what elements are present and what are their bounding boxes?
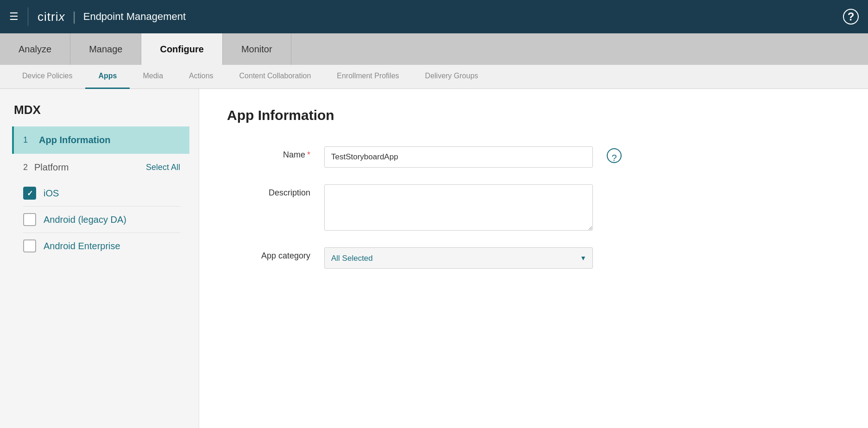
app-category-field-row: App category All Selected Business Produ… — [227, 247, 840, 269]
main-nav: Analyze Manage Configure Monitor — [0, 33, 868, 65]
content-area: MDX 1 App Information 2 Platform Select … — [0, 89, 868, 428]
sub-tab-enrollment-profiles[interactable]: Enrollment Profiles — [324, 65, 412, 89]
description-label: Description — [227, 184, 310, 198]
help-icon[interactable]: ? — [843, 9, 859, 25]
description-field-row: Description — [227, 184, 840, 231]
app-category-select-wrapper: All Selected Business Productivity Utili… — [324, 247, 593, 269]
name-help-icon[interactable]: ? — [607, 148, 622, 163]
sidebar-section-title: MDX — [14, 103, 189, 117]
brand: citrix | Endpoint Management — [38, 9, 186, 24]
citrix-logo: citrix — [38, 10, 65, 24]
sidebar-step-platform-row: 2 Platform Select All — [14, 155, 189, 180]
ios-checkbox[interactable] — [23, 187, 36, 200]
sub-tab-actions[interactable]: Actions — [176, 65, 226, 89]
step-2-num: 2 — [23, 163, 28, 172]
android-enterprise-checkbox[interactable] — [23, 239, 36, 252]
sub-tab-delivery-groups[interactable]: Delivery Groups — [412, 65, 491, 89]
name-field-row: Name* ? — [227, 146, 840, 168]
sub-tab-media[interactable]: Media — [130, 65, 176, 89]
android-legacy-label: Android (legacy DA) — [44, 214, 126, 225]
app-category-label: App category — [227, 247, 310, 261]
hamburger-icon[interactable]: ☰ — [9, 12, 19, 22]
brand-separator: | — [72, 9, 75, 24]
sub-tab-content-collaboration[interactable]: Content Collaboration — [226, 65, 324, 89]
header-divider — [28, 7, 28, 26]
description-input[interactable] — [324, 184, 593, 231]
app-category-select[interactable]: All Selected Business Productivity Utili… — [324, 247, 593, 269]
platform-android-enterprise[interactable]: Android Enterprise — [23, 233, 180, 259]
sub-tab-apps[interactable]: Apps — [85, 65, 130, 89]
android-enterprise-label: Android Enterprise — [44, 241, 120, 252]
page-title: App Information — [227, 107, 840, 123]
sub-tab-device-policies[interactable]: Device Policies — [9, 65, 85, 89]
tab-manage[interactable]: Manage — [70, 33, 141, 65]
platform-android-legacy[interactable]: Android (legacy DA) — [23, 207, 180, 233]
top-header: ☰ citrix | Endpoint Management ? — [0, 0, 868, 33]
main-panel: App Information Name* ? Description App … — [199, 89, 868, 428]
sidebar: MDX 1 App Information 2 Platform Select … — [0, 89, 199, 428]
header-left: ☰ citrix | Endpoint Management — [9, 7, 186, 26]
tab-analyze[interactable]: Analyze — [0, 33, 70, 65]
step-2-label: Platform — [34, 162, 69, 173]
select-all-link[interactable]: Select All — [146, 163, 180, 172]
tab-monitor[interactable]: Monitor — [223, 33, 291, 65]
sub-nav: Device Policies Apps Media Actions Conte… — [0, 65, 868, 89]
brand-title: Endpoint Management — [83, 11, 186, 23]
sidebar-step-app-information[interactable]: 1 App Information — [12, 126, 189, 154]
tab-configure[interactable]: Configure — [141, 33, 222, 65]
platform-ios[interactable]: iOS — [23, 180, 180, 207]
name-label: Name* — [227, 146, 310, 160]
android-legacy-checkbox[interactable] — [23, 213, 36, 226]
ios-label: iOS — [44, 188, 59, 199]
name-required-star: * — [307, 150, 310, 159]
step-1-num: 1 — [23, 135, 32, 145]
name-input[interactable] — [324, 146, 593, 168]
platform-list: iOS Android (legacy DA) Android Enterpri… — [14, 180, 189, 259]
step-2-info: 2 Platform — [23, 162, 69, 173]
step-1-label: App Information — [39, 135, 110, 145]
